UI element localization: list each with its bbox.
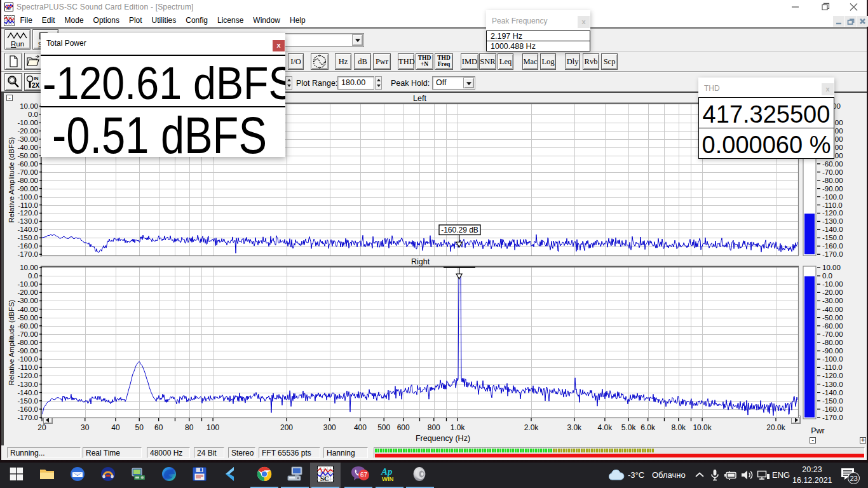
taskbar-chevron-app[interactable] <box>215 463 245 488</box>
status-field-2: 48000 Hz <box>147 447 190 458</box>
restore-button[interactable] <box>815 0 834 14</box>
total-power-window[interactable]: Total Power x -120.61 dBFS -0.51 dBFS <box>41 33 285 157</box>
tray-power-icon[interactable] <box>724 471 738 480</box>
taskbar-computer-icon <box>287 466 303 484</box>
chevron-down-icon <box>355 39 360 42</box>
taskbar-thunderbird[interactable] <box>62 463 93 488</box>
menu-plot[interactable]: Plot <box>124 14 147 27</box>
taskbar-computer[interactable] <box>280 463 310 488</box>
close-button[interactable] <box>844 0 863 14</box>
plot-range-spinner[interactable] <box>375 76 382 90</box>
collapse-top-pane-button[interactable]: - <box>6 95 13 101</box>
collapse-meter-button[interactable]: - <box>810 437 816 444</box>
thd-window[interactable]: THD x 417.325500 0.000060 % <box>698 78 834 159</box>
taskbar-viber[interactable]: 67 <box>343 463 374 488</box>
tray-chevron-up-icon[interactable] <box>695 471 705 480</box>
run-button[interactable]: Run <box>4 29 31 50</box>
hidden-spinner[interactable] <box>285 76 292 90</box>
macro-button[interactable]: Mac <box>522 53 538 70</box>
run-label: Run <box>5 40 30 48</box>
zoom-button[interactable] <box>4 73 22 91</box>
svg-text:WIN: WIN <box>382 475 394 482</box>
mdi-restore-button[interactable] <box>845 16 857 27</box>
peak-hold-combo[interactable]: Off <box>432 76 475 90</box>
signal-generator-button[interactable] <box>311 53 329 70</box>
snr-button[interactable]: SNR <box>479 53 496 70</box>
total-power-right-value-box: -0.51 dBFS <box>41 107 285 158</box>
taskbar-file-explorer[interactable] <box>32 463 62 488</box>
tray-network-icon[interactable] <box>757 470 770 480</box>
expand-meter-button[interactable]: + <box>860 437 866 444</box>
peak-frequency-window[interactable]: Peak Frequency x 2.197 Hz 1000.488 Hz <box>486 10 590 51</box>
taskbar-speaker-app[interactable] <box>405 463 435 488</box>
log-button[interactable]: Log <box>540 53 556 70</box>
status-field-0: Running... <box>7 447 81 458</box>
menu-config[interactable]: Config <box>181 14 213 27</box>
tray-microphone-icon[interactable] <box>710 469 719 482</box>
db-units-button[interactable]: dB <box>354 53 371 70</box>
leq-button[interactable]: Leq <box>498 53 513 70</box>
tray-clock[interactable]: 20:2316.12.2021 <box>792 464 832 486</box>
imd-button[interactable]: IMD <box>461 53 478 70</box>
taskbar-gpuz-icon <box>131 466 146 484</box>
taskbar-thunderbird-icon <box>70 466 85 484</box>
taskbar-apwin[interactable]: ApWIN <box>374 463 405 488</box>
scope-button[interactable]: Scp <box>601 53 618 70</box>
total-power-close-button[interactable]: x <box>273 40 285 51</box>
preset-combo-dropdown[interactable] <box>352 34 363 46</box>
taskbar-chrome[interactable] <box>249 463 280 488</box>
taskbar-edge-icon <box>161 466 177 484</box>
hz-units-button[interactable]: Hz <box>335 53 351 70</box>
tray-language[interactable]: ENG <box>772 470 790 480</box>
menu-window[interactable]: Window <box>248 14 285 27</box>
mdi-close-button[interactable] <box>857 16 868 27</box>
thd-button[interactable]: THD <box>398 53 414 70</box>
plot-range-input[interactable]: 180.00 <box>337 76 374 90</box>
zoom-in-2x-button[interactable]: IN 2X <box>24 73 42 91</box>
reverb-button[interactable]: Rvb <box>583 53 599 70</box>
tray-volume-icon[interactable] <box>741 470 754 480</box>
run-waveform-icon <box>6 30 29 41</box>
thd-freq-button[interactable]: THDFreq <box>435 53 453 70</box>
open-file-button[interactable] <box>24 53 42 70</box>
peak-frequency-close-button[interactable]: x <box>578 16 590 28</box>
menu-file[interactable]: File <box>15 14 37 27</box>
taskbar-file-explorer-icon <box>39 467 55 484</box>
taskbar-gpuz[interactable] <box>123 463 154 488</box>
taskbar-audio-player[interactable] <box>93 463 123 488</box>
tray-time: 20:23 <box>792 464 832 475</box>
weather-description[interactable]: Облачно <box>652 470 686 480</box>
taskbar-spectraplus[interactable]: SC <box>310 463 341 488</box>
taskbar-floppy-app[interactable] <box>184 463 215 488</box>
menu-mode[interactable]: Mode <box>60 14 88 27</box>
menu-help[interactable]: Help <box>285 14 311 27</box>
menu-license[interactable]: License <box>212 14 248 27</box>
taskbar-edge[interactable] <box>154 463 184 488</box>
status-bar: Running...Real Time48000 Hz24 BitStereoF… <box>1 445 867 460</box>
notification-center-button[interactable]: 23 <box>840 467 863 485</box>
mdi-minimize-button[interactable] <box>833 16 844 27</box>
weather-temperature[interactable]: -3°C <box>628 470 644 480</box>
right-pane-header: Right <box>411 257 430 266</box>
thd-close-button[interactable]: x <box>822 83 834 95</box>
zoom-in-2x-icon: IN 2X <box>25 74 41 90</box>
pwr-units-button[interactable]: Pwr <box>373 53 391 70</box>
thd-n-button[interactable]: THD+N <box>416 53 433 70</box>
new-file-button[interactable] <box>4 53 22 70</box>
taskbar-start-button[interactable] <box>1 463 32 488</box>
peak-frequency-title: Peak Frequency <box>492 17 547 25</box>
delay-button[interactable]: Dly <box>565 53 580 70</box>
menu-utilities[interactable]: Utilities <box>147 14 181 27</box>
arrow-right-icon <box>795 417 798 423</box>
weather-cloud-icon[interactable] <box>607 468 625 485</box>
io-device-button[interactable]: I/O <box>288 53 304 70</box>
scroll-left-button[interactable] <box>43 416 53 424</box>
minimize-button[interactable] <box>785 0 804 14</box>
peak-hold-dropdown[interactable] <box>463 78 474 88</box>
menu-separator <box>1 27 867 29</box>
menu-options[interactable]: Options <box>88 14 124 27</box>
menu-edit[interactable]: Edit <box>37 14 60 27</box>
x-axis-title: Frequency (Hz) <box>383 434 503 443</box>
plot-range-label: Plot Range: <box>296 79 337 88</box>
scroll-right-button[interactable] <box>791 416 801 424</box>
